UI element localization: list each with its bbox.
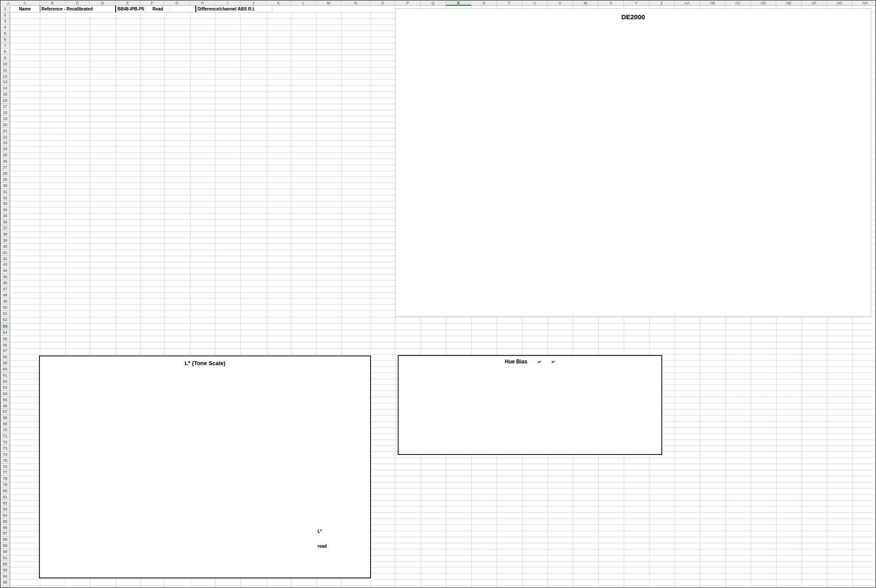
row-header-74[interactable]: 74	[0, 451, 10, 458]
row-header-40[interactable]: 40	[0, 243, 10, 250]
row-header-73[interactable]: 73	[0, 445, 10, 451]
row-header-94[interactable]: 94	[0, 573, 10, 579]
row-header-67[interactable]: 67	[0, 409, 10, 415]
row-header-80[interactable]: 80	[0, 488, 10, 494]
row-header-66[interactable]: 66	[0, 403, 10, 409]
row-header-88[interactable]: 88	[0, 537, 10, 543]
row-header-68[interactable]: 68	[0, 415, 10, 421]
row-header-95[interactable]: 95	[0, 579, 10, 585]
column-header-Q[interactable]: Q	[420, 0, 446, 6]
1[interactable]	[170, 6, 196, 12]
row-header-32[interactable]: 32	[0, 195, 10, 201]
row-header-76[interactable]: 76	[0, 464, 10, 470]
row-header-15[interactable]: 15	[0, 92, 10, 98]
row-header-26[interactable]: 26	[0, 158, 10, 165]
column-header-R[interactable]: R	[446, 0, 471, 6]
row-header-49[interactable]: 49	[0, 298, 10, 304]
row-header-86[interactable]: 86	[0, 525, 10, 531]
row-header-12[interactable]: 12	[0, 73, 10, 79]
row-header-5[interactable]: 5	[0, 31, 10, 37]
chart-de2000[interactable]: DE2000	[395, 8, 871, 317]
row-header-29[interactable]: 29	[0, 176, 10, 183]
row-header-18[interactable]: 18	[0, 110, 10, 116]
row-header-64[interactable]: 64	[0, 391, 10, 397]
row-header-31[interactable]: 31	[0, 189, 10, 195]
column-header-AH[interactable]: AH	[852, 0, 876, 6]
row-header-2[interactable]: 2	[0, 12, 10, 19]
column-header-L[interactable]: L	[291, 0, 316, 6]
column-header-G[interactable]: G	[164, 0, 190, 6]
row-header-79[interactable]: 79	[0, 482, 10, 488]
column-header-K[interactable]: K	[267, 0, 291, 6]
column-header-I[interactable]: I	[215, 0, 240, 6]
row-header-78[interactable]: 78	[0, 476, 10, 482]
row-header-59[interactable]: 59	[0, 360, 10, 366]
row-header-10[interactable]: 10	[0, 61, 10, 67]
column-header-AE[interactable]: AE	[776, 0, 802, 6]
row-header-54[interactable]: 54	[0, 330, 10, 336]
row-header-22[interactable]: 22	[0, 134, 10, 140]
row-header-43[interactable]: 43	[0, 262, 10, 268]
row-header-28[interactable]: 28	[0, 171, 10, 177]
row-header-55[interactable]: 55	[0, 336, 10, 342]
row-header-11[interactable]: 11	[0, 67, 10, 73]
row-header-82[interactable]: 82	[0, 500, 10, 507]
column-header-S[interactable]: S	[471, 0, 497, 6]
row-header-50[interactable]: 50	[0, 304, 10, 310]
row-header-17[interactable]: 17	[0, 104, 10, 110]
column-header-AF[interactable]: AF	[802, 0, 827, 6]
3[interactable]: Difference/channel ABS R.I.	[196, 6, 272, 12]
row-header-30[interactable]: 30	[0, 183, 10, 189]
column-header-Y[interactable]: Y	[624, 0, 649, 6]
row-header-23[interactable]: 23	[0, 140, 10, 146]
column-header-A[interactable]: A	[10, 0, 40, 6]
row-header-3[interactable]: 3	[0, 18, 10, 25]
column-header-T[interactable]: T	[497, 0, 522, 6]
row-header-6[interactable]: 6	[0, 37, 10, 43]
row-header-85[interactable]: 85	[0, 518, 10, 525]
column-header-X[interactable]: X	[598, 0, 624, 6]
row-header-87[interactable]: 87	[0, 531, 10, 537]
row-header-44[interactable]: 44	[0, 268, 10, 274]
column-header-V[interactable]: V	[548, 0, 573, 6]
row-header-91[interactable]: 91	[0, 555, 10, 561]
column-header-H[interactable]: H	[190, 0, 215, 6]
row-header-24[interactable]: 24	[0, 146, 10, 152]
row-header-27[interactable]: 27	[0, 165, 10, 171]
column-header-B[interactable]: B	[40, 0, 65, 6]
row-header-36[interactable]: 36	[0, 219, 10, 225]
row-header-1[interactable]: 1	[0, 6, 10, 12]
row-header-71[interactable]: 71	[0, 433, 10, 440]
column-header-M[interactable]: M	[316, 0, 341, 6]
row-header-89[interactable]: 89	[0, 543, 10, 549]
row-header-21[interactable]: 21	[0, 128, 10, 134]
row-header-84[interactable]: 84	[0, 512, 10, 518]
row-header-72[interactable]: 72	[0, 440, 10, 446]
row-header-13[interactable]: 13	[0, 79, 10, 85]
column-header-AA[interactable]: AA	[675, 0, 700, 6]
row-header-83[interactable]: 83	[0, 506, 10, 512]
column-header-P[interactable]: P	[395, 0, 420, 6]
row-header-57[interactable]: 57	[0, 348, 10, 354]
row-header-9[interactable]: 9	[0, 55, 10, 61]
column-header-E[interactable]: E	[116, 0, 140, 6]
column-header-D[interactable]: D	[90, 0, 116, 6]
row-header-90[interactable]: 90	[0, 549, 10, 555]
row-header-38[interactable]: 38	[0, 232, 10, 238]
row-header-69[interactable]: 69	[0, 421, 10, 427]
row-header-39[interactable]: 39	[0, 237, 10, 243]
row-header-46[interactable]: 46	[0, 280, 10, 286]
row-header-81[interactable]: 81	[0, 494, 10, 500]
row-header-7[interactable]: 7	[0, 43, 10, 49]
row-header-58[interactable]: 58	[0, 354, 10, 360]
row-header-45[interactable]: 45	[0, 274, 10, 280]
row-header-52[interactable]: 52	[0, 317, 10, 324]
row-header-19[interactable]: 19	[0, 116, 10, 122]
column-header-W[interactable]: W	[573, 0, 598, 6]
row-header-20[interactable]: 20	[0, 122, 10, 128]
row-header-42[interactable]: 42	[0, 256, 10, 262]
row-header-16[interactable]: 16	[0, 98, 10, 104]
row-header-92[interactable]: 92	[0, 561, 10, 567]
row-header-62[interactable]: 62	[0, 379, 10, 385]
chart-hue-bias[interactable]: Hue Bias a* b*	[398, 355, 662, 455]
